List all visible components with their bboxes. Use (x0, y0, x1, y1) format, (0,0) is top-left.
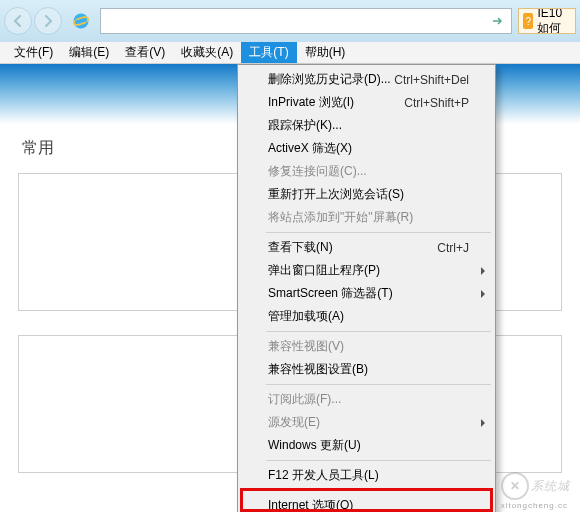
watermark: ✕ 系统城 (501, 472, 570, 500)
menu-item-internet-options[interactable]: Internet 选项(O) (240, 494, 493, 512)
menu-item-f12-developer-tools[interactable]: F12 开发人员工具(L) (240, 464, 493, 487)
menu-item-manage-addons[interactable]: 管理加载项(A) (240, 305, 493, 328)
menu-separator (266, 232, 491, 233)
watermark-url: xitongcheng.cc (501, 501, 568, 510)
menu-separator (266, 490, 491, 491)
menu-item-delete-browsing-history[interactable]: 删除浏览历史记录(D)...Ctrl+Shift+Del (240, 68, 493, 91)
menu-item-windows-update[interactable]: Windows 更新(U) (240, 434, 493, 457)
menu-item-compatibility-view: 兼容性视图(V) (240, 335, 493, 358)
menu-item-view-downloads[interactable]: 查看下载(N)Ctrl+J (240, 236, 493, 259)
watermark-logo-icon: ✕ (501, 472, 529, 500)
menu-favorites[interactable]: 收藏夹(A) (173, 42, 241, 63)
content-area: 常用 删除浏览历史记录(D)...Ctrl+Shift+Del InPrivat… (0, 64, 580, 512)
svg-rect-2 (75, 20, 87, 22)
menu-item-fix-connection: 修复连接问题(C)... (240, 160, 493, 183)
menu-separator (266, 384, 491, 385)
go-refresh-button[interactable] (487, 10, 507, 32)
tools-dropdown-menu: 删除浏览历史记录(D)...Ctrl+Shift+Del InPrivate 浏… (237, 64, 496, 512)
menu-item-activex-filtering[interactable]: ActiveX 筛选(X) (240, 137, 493, 160)
ie-logo-icon (70, 10, 92, 32)
menu-edit[interactable]: 编辑(E) (61, 42, 117, 63)
tab-favicon-icon: ? (523, 13, 533, 29)
menu-separator (266, 331, 491, 332)
menu-separator (266, 460, 491, 461)
menu-item-inprivate-browsing[interactable]: InPrivate 浏览(I)Ctrl+Shift+P (240, 91, 493, 114)
menu-item-reopen-last-session[interactable]: 重新打开上次浏览会话(S) (240, 183, 493, 206)
menu-help[interactable]: 帮助(H) (297, 42, 354, 63)
browser-tab[interactable]: ? IE10如何 (518, 8, 576, 34)
menu-item-smartscreen-filter[interactable]: SmartScreen 筛选器(T) (240, 282, 493, 305)
menu-view[interactable]: 查看(V) (117, 42, 173, 63)
menu-tools[interactable]: 工具(T) (241, 42, 296, 63)
watermark-text: 系统城 (531, 478, 570, 495)
menu-item-compatibility-view-settings[interactable]: 兼容性视图设置(B) (240, 358, 493, 381)
menu-bar: 文件(F) 编辑(E) 查看(V) 收藏夹(A) 工具(T) 帮助(H) (0, 42, 580, 64)
address-bar[interactable] (100, 8, 512, 34)
menu-item-tracking-protection[interactable]: 跟踪保护(K)... (240, 114, 493, 137)
menu-item-popup-blocker[interactable]: 弹出窗口阻止程序(P) (240, 259, 493, 282)
address-input[interactable] (105, 10, 487, 32)
back-button[interactable] (4, 7, 32, 35)
menu-item-feed-discovery: 源发现(E) (240, 411, 493, 434)
menu-file[interactable]: 文件(F) (6, 42, 61, 63)
title-bar: ? IE10如何 (0, 0, 580, 42)
menu-item-subscribe-feed: 订阅此源(F)... (240, 388, 493, 411)
tab-title: IE10如何 (537, 8, 569, 34)
menu-item-add-site-to-start: 将站点添加到"开始"屏幕(R) (240, 206, 493, 229)
forward-button[interactable] (34, 7, 62, 35)
